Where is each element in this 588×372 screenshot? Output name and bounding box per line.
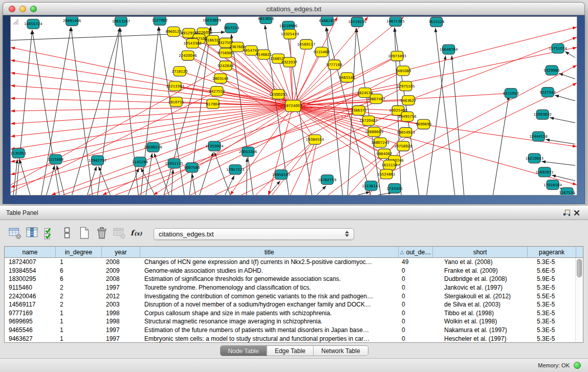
cell-short: de Silva et al. (2003) xyxy=(433,301,528,308)
selection-mode-button[interactable] xyxy=(41,226,58,242)
scrollbar-thumb[interactable] xyxy=(577,259,582,277)
cell-year: 1998 xyxy=(102,318,140,325)
import-table-button[interactable] xyxy=(111,226,128,242)
table-row[interactable]: 946554611997Estimation of the future num… xyxy=(5,326,576,335)
table-row[interactable]: 2242004622012Investigating the contribut… xyxy=(5,292,576,300)
table-panel-header: Table Panel xyxy=(0,205,588,220)
close-panel-button[interactable] xyxy=(572,208,582,218)
float-panel-icon xyxy=(563,209,571,216)
cell-name: 9463627 xyxy=(5,335,56,342)
node-table: namein_degreeyeartitle△out_de…shortpager… xyxy=(4,246,583,343)
cell-year: 2012 xyxy=(102,293,140,300)
select-stepper-icon xyxy=(345,231,349,237)
close-icon xyxy=(574,210,580,216)
cell-out_degree: 0 xyxy=(399,284,433,291)
cell-title: Genome-wide association studies in ADHD. xyxy=(140,267,399,274)
window-title: citations_edges.txt xyxy=(3,3,584,15)
cell-short: Jankovic et al. (1997) xyxy=(433,284,528,291)
tab-network-table[interactable]: Network Table xyxy=(314,346,368,356)
window-frame: 1405572420891406106532871527002160338097… xyxy=(3,15,585,204)
cell-in_degree: 2 xyxy=(56,293,102,300)
resize-grip[interactable] xyxy=(11,17,577,195)
cell-name: 18724007 xyxy=(5,258,56,266)
cell-in_degree: 6 xyxy=(56,275,102,282)
table-settings-button[interactable] xyxy=(6,226,24,242)
table-row[interactable]: 977716911998Corpus callosum shape and si… xyxy=(5,309,576,318)
memory-status-label: Memory: OK xyxy=(538,362,570,368)
row-height-button[interactable] xyxy=(58,226,76,242)
cell-pagerank: 5.6E-5 xyxy=(528,267,576,274)
network-canvas[interactable]: 1405572420891406106532871527002160338097… xyxy=(10,16,577,195)
cell-out_degree: 0 xyxy=(399,267,433,274)
memory-status-indicator[interactable] xyxy=(574,362,581,369)
cell-out_degree: 0 xyxy=(399,335,433,342)
delete-table-button[interactable] xyxy=(93,226,111,242)
table-row[interactable]: 911546021997Tourette syndrome. Phenomeno… xyxy=(5,283,576,292)
cell-title: Estimation of the future numbers of pati… xyxy=(140,326,399,334)
table-row[interactable]: 1872400712008Changes of HCN gene express… xyxy=(5,258,576,267)
cell-name: 9699695 xyxy=(5,318,56,325)
cell-pagerank: 5.3E-5 xyxy=(528,318,576,325)
column-header-in_degree[interactable]: in_degree xyxy=(56,247,102,257)
cell-out_degree: 49 xyxy=(399,258,433,266)
cell-year: 1997 xyxy=(102,284,140,291)
table-type-tabs: Node Table Edge Table Network Table xyxy=(220,345,368,356)
cell-in_degree: 1 xyxy=(56,318,102,325)
cell-name: 9115460 xyxy=(5,284,56,291)
column-header-short[interactable]: short xyxy=(433,247,528,257)
cell-pagerank: 5.3E-5 xyxy=(528,301,576,308)
cell-in_degree: 1 xyxy=(56,310,102,317)
table-row[interactable]: 946362711997Embryonic stem cells: a mode… xyxy=(5,334,576,342)
table-vertical-scrollbar[interactable] xyxy=(575,258,583,342)
cell-short: Franke et al. (2009) xyxy=(433,267,528,274)
cell-year: 1997 xyxy=(102,326,140,334)
table-row[interactable]: 1938455462009Genome-wide association stu… xyxy=(5,267,576,275)
cell-pagerank: 5.3E-5 xyxy=(528,326,576,334)
cell-in_degree: 2 xyxy=(56,284,102,291)
column-header-name[interactable]: name xyxy=(5,247,56,257)
cell-title: Investigating the contribution of common… xyxy=(140,293,399,300)
cell-out_degree: 0 xyxy=(399,293,433,300)
cell-title: Estimation of significance thresholds fo… xyxy=(140,275,399,282)
row-height-icon xyxy=(60,226,74,242)
cell-name: 22420046 xyxy=(5,293,56,300)
table-row[interactable]: 969969511998Structural magnetic resonanc… xyxy=(5,317,576,326)
cell-year: 2009 xyxy=(102,267,140,274)
function-builder-button[interactable]: f(x) xyxy=(128,226,145,242)
cell-title: Corpus callosum shape and size in male p… xyxy=(140,310,399,317)
column-header-pagerank[interactable]: pagerank xyxy=(528,247,576,257)
column-header-out_degree[interactable]: △out_de… xyxy=(399,247,433,257)
window-title-bar: citations_edges.txt xyxy=(3,2,585,15)
cell-short: Nakamura et al. (1997) xyxy=(433,326,528,334)
cell-out_degree: 0 xyxy=(399,275,433,282)
cell-out_degree: 0 xyxy=(399,326,433,334)
network-table-select[interactable]: citations_edges.txt xyxy=(154,228,354,240)
tab-edge-table[interactable]: Edge Table xyxy=(267,346,314,356)
zoom-window-button[interactable] xyxy=(30,6,37,12)
table-panel-body: f(x)citations_edges.txt namein_degreeyea… xyxy=(0,220,588,358)
column-header-year[interactable]: year xyxy=(102,247,140,257)
cell-name: 18300295 xyxy=(5,275,56,282)
cell-year: 2008 xyxy=(102,258,140,266)
cell-title: Structural magnetic resonance image aver… xyxy=(140,318,399,325)
float-panel-button[interactable] xyxy=(561,208,572,218)
close-window-button[interactable] xyxy=(9,6,15,12)
table-settings-icon xyxy=(8,226,21,242)
cell-short: Hescheler et al. (1997) xyxy=(433,335,528,342)
new-table-button[interactable] xyxy=(76,226,93,242)
cell-year: 2003 xyxy=(102,301,140,308)
import-table-icon xyxy=(113,226,126,242)
table-row[interactable]: 1830029562008Estimation of significance … xyxy=(5,275,576,283)
tab-node-table[interactable]: Node Table xyxy=(220,346,267,356)
table-panel-title: Table Panel xyxy=(6,209,38,216)
cell-title: Tourette syndrome. Phenomenology and cla… xyxy=(140,284,399,291)
cell-pagerank: 5.3E-5 xyxy=(528,310,576,317)
table-toolbar: f(x)citations_edges.txt xyxy=(4,225,584,243)
cell-out_degree: 0 xyxy=(399,301,433,308)
column-header-title[interactable]: title xyxy=(140,247,399,257)
column-visibility-button[interactable] xyxy=(24,226,41,242)
cell-title: Disruption of a novel member of a sodium… xyxy=(140,301,399,308)
function-builder-icon: f(x) xyxy=(129,226,144,242)
minimize-window-button[interactable] xyxy=(19,6,26,12)
table-row[interactable]: 1456911722003Disruption of a novel membe… xyxy=(5,300,576,309)
